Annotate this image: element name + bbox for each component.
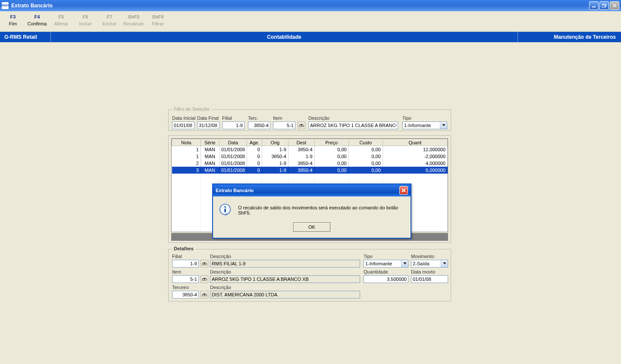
col-data[interactable]: Data	[219, 139, 247, 146]
details-group: Detalhes Filial Descrição Tipo 1-Informa…	[168, 249, 451, 302]
label-det-tipo: Tipo	[364, 254, 373, 259]
toolbar-item-incluir: F6Incluir	[73, 13, 97, 28]
col-age[interactable]: Age.	[247, 139, 262, 146]
dialog-message: O recalculo de saldo dos movimentos será…	[238, 203, 405, 215]
minimize-button[interactable]	[589, 1, 599, 10]
section-left: G-RMS Retail	[0, 32, 51, 42]
combo-det-movimento[interactable]: 2-Saída	[411, 260, 448, 268]
input-terc[interactable]	[248, 121, 270, 129]
svg-rect-16	[204, 278, 205, 279]
dialog-close-button[interactable]	[399, 186, 408, 195]
svg-marker-12	[403, 262, 407, 264]
input-det-item[interactable]	[172, 275, 199, 283]
table-row[interactable]: 1MAN01/01/200803850-41-90,000,00-2,00000…	[172, 153, 448, 160]
toolbar-item-filtrar: ShF9Filtrar	[146, 13, 170, 28]
table-row[interactable]: 1MAN01/01/200801-93850-40,000,0012,00000…	[172, 146, 448, 153]
svg-marker-8	[442, 124, 445, 126]
input-det-filial[interactable]	[172, 260, 199, 268]
svg-point-15	[205, 279, 207, 281]
binoculars-icon[interactable]	[201, 291, 208, 299]
table-row[interactable]: 3MAN01/01/200801-93850-40,000,006,000000	[172, 167, 448, 174]
binoculars-icon[interactable]	[201, 260, 208, 268]
chevron-down-icon[interactable]	[441, 260, 448, 267]
svg-rect-19	[204, 293, 205, 294]
col-custo[interactable]: Custo	[348, 139, 383, 146]
toolbar-item-fim[interactable]: F3Fim	[1, 13, 25, 28]
toolbar-item-recalculo: ShF5Recalculo	[122, 13, 146, 28]
details-legend: Detalhes	[172, 246, 195, 251]
svg-point-6	[302, 125, 304, 127]
combo-det-movimento-text: 2-Saída	[411, 261, 441, 266]
label-det-movimento: Movimento	[411, 254, 434, 259]
label-item: Item	[273, 115, 282, 121]
combo-tipo-text: 1-Informante	[403, 123, 440, 128]
window-title: Extrato Bancário	[11, 3, 588, 9]
col-serie[interactable]: Série	[201, 139, 219, 146]
binoculars-icon[interactable]	[298, 121, 305, 129]
svg-point-9	[202, 263, 204, 265]
label-data-inicial: Data Inicial	[172, 115, 195, 121]
label-filial: Filial	[222, 115, 232, 121]
toolbar-item-alterar: F5Alterar	[49, 13, 73, 28]
svg-rect-24	[224, 208, 226, 212]
svg-rect-2	[602, 5, 605, 8]
svg-rect-11	[204, 262, 205, 263]
label-terc: Terc.	[248, 115, 258, 121]
restore-button[interactable]	[599, 1, 609, 10]
toolbar: F3FimF4ConfirmaF5AlterarF6IncluirF7Exclu…	[0, 11, 621, 32]
svg-marker-13	[443, 262, 446, 264]
label-det-descricao2: Descrição	[210, 269, 231, 274]
title-bar: RMS Extrato Bancário	[0, 0, 621, 11]
label-det-filial: Filial	[172, 254, 182, 259]
input-det-data-movto[interactable]	[411, 275, 448, 283]
input-det-filial-desc	[210, 260, 360, 268]
ok-button[interactable]: OK	[293, 222, 330, 232]
label-det-descricao1: Descrição	[210, 254, 231, 259]
section-header: G-RMS Retail Contabilidade Manutenção de…	[0, 32, 621, 42]
svg-point-23	[224, 206, 226, 208]
col-nota[interactable]: Nota	[172, 139, 201, 146]
svg-point-5	[299, 125, 301, 127]
col-quant[interactable]: Quant	[383, 139, 447, 146]
svg-point-17	[202, 294, 204, 296]
input-item[interactable]	[273, 121, 295, 129]
dialog-title: Extrato Bancário	[216, 188, 399, 193]
svg-rect-0	[592, 6, 596, 7]
input-det-terceiro-desc	[210, 291, 360, 299]
label-det-item: Item	[172, 269, 181, 274]
input-det-quantidade[interactable]	[364, 275, 408, 283]
chevron-down-icon[interactable]	[440, 122, 447, 129]
combo-det-tipo-text: 1-Informante	[364, 261, 401, 266]
toolbar-item-confirma[interactable]: F4Confirma	[25, 13, 49, 28]
filter-legend: Filtro de Seleção	[172, 106, 211, 112]
input-data-inicial[interactable]	[172, 121, 194, 129]
toolbar-item-excluir: F7Excluir	[97, 13, 122, 28]
input-data-final[interactable]	[197, 121, 220, 129]
input-det-item-desc	[210, 275, 360, 283]
combo-det-tipo[interactable]: 1-Informante	[364, 260, 408, 268]
label-tipo: Tipo	[402, 115, 411, 121]
svg-rect-7	[301, 124, 302, 125]
col-orig[interactable]: Orig	[262, 139, 288, 146]
input-descricao[interactable]	[308, 121, 398, 129]
label-det-data-movto: Data movto	[411, 269, 435, 274]
binoculars-icon[interactable]	[201, 275, 208, 283]
svg-point-14	[202, 279, 204, 281]
section-right: Manutenção de Terceiros	[518, 32, 621, 42]
info-dialog: Extrato Bancário O recalculo de saldo do…	[212, 184, 411, 239]
table-row	[172, 174, 448, 180]
close-button[interactable]	[610, 1, 619, 10]
input-det-terceiro[interactable]	[172, 291, 199, 299]
svg-point-10	[205, 263, 207, 265]
combo-tipo[interactable]: 1-Informante	[402, 121, 447, 129]
info-icon	[219, 203, 232, 217]
table-row[interactable]: 2MAN01/01/200801-93850-40,000,004,000000	[172, 160, 448, 167]
section-center: Contabilidade	[51, 34, 518, 40]
chevron-down-icon[interactable]	[401, 260, 408, 267]
label-det-terceiro: Terceiro	[172, 285, 189, 290]
col-preco[interactable]: Preço	[314, 139, 348, 146]
svg-point-18	[205, 294, 207, 296]
label-descricao: Descrição	[308, 115, 329, 121]
input-filial[interactable]	[222, 121, 245, 129]
col-dest[interactable]: Dest	[288, 139, 314, 146]
